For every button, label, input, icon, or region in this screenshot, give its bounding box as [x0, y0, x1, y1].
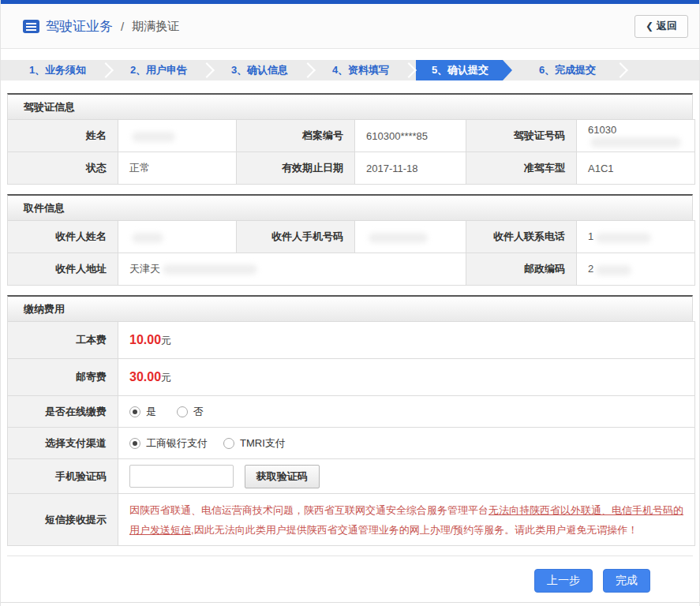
label-postal-code: 邮政编码: [466, 253, 577, 286]
page-bottom-border: [1, 602, 699, 603]
value-license-no-prefix: 61030: [588, 124, 616, 136]
step-1-business-notice[interactable]: 1、业务须知: [7, 60, 108, 80]
license-info-section-title: 驾驶证信息: [7, 93, 693, 119]
radio-channel-icbc[interactable]: 工商银行支付: [129, 436, 208, 451]
label-sms-code: 手机验证码: [8, 459, 118, 494]
page: 驾驶证业务 / 期满换证 ❮ 返回 1、业务须知 2、用户申告 3、确认信息 4…: [0, 0, 700, 606]
back-chevron-icon: ❮: [646, 21, 653, 32]
breadcrumb: 驾驶证业务 / 期满换证: [23, 17, 179, 36]
radio-online-no-label: 否: [193, 405, 204, 419]
value-recipient-mobile: [355, 221, 466, 253]
step-6-complete-submit[interactable]: 6、完成提交: [512, 60, 623, 80]
radio-online-yes[interactable]: 是: [129, 405, 156, 419]
value-name: [118, 120, 237, 152]
radio-unselected-icon[interactable]: [223, 438, 234, 449]
radio-channel-tmri[interactable]: TMRI支付: [223, 436, 286, 451]
get-sms-code-button[interactable]: 获取验证码: [245, 465, 320, 488]
label-online-payment: 是否在线缴费: [8, 396, 118, 428]
label-vehicle-class: 准驾车型: [466, 152, 577, 185]
section-payment: 缴纳费用 工本费 10.00元 邮寄费 30.00元 是否在线缴费: [7, 295, 693, 546]
radio-selected-icon[interactable]: [129, 438, 140, 449]
breadcrumb-current: 期满换证: [132, 19, 179, 34]
value-status: 正常: [118, 152, 237, 185]
previous-step-button[interactable]: 上一步: [534, 569, 593, 593]
table-row: 收件人地址 天津天 邮政编码 2: [8, 253, 695, 286]
label-file-no: 档案编号: [237, 120, 355, 152]
notice-part1: 因陕西省联通、电信运营商技术问题，陕西省互联网交通安全综合服务管理平台: [129, 504, 489, 516]
back-button[interactable]: ❮ 返回: [634, 15, 688, 38]
label-name: 姓名: [8, 120, 118, 152]
redacted-value: [132, 233, 163, 243]
form-list-icon: [23, 20, 39, 33]
value-recipient-address-prefix: 天津天: [129, 263, 160, 275]
value-production-fee: 10.00元: [118, 322, 695, 359]
value-recipient-address: 天津天: [118, 253, 466, 286]
section-pickup-info: 取件信息 收件人姓名 收件人手机号码 收件人联系电话 1 收件人地址 天津天 邮…: [7, 194, 693, 286]
label-payment-channel: 选择支付渠道: [8, 428, 118, 459]
production-fee-amount: 10.00: [129, 333, 161, 346]
label-production-fee: 工本费: [8, 322, 118, 359]
radio-channel-icbc-label: 工商银行支付: [146, 436, 208, 451]
redacted-value: [596, 265, 631, 275]
label-recipient-name: 收件人姓名: [8, 221, 118, 253]
radio-channel-tmri-label: TMRI支付: [240, 436, 286, 451]
table-row: 姓名 档案编号 610300****85 驾驶证号码 61030: [8, 120, 695, 152]
value-postal-code-prefix: 2: [588, 263, 593, 275]
production-fee-unit: 元: [161, 335, 171, 346]
redacted-value: [596, 233, 651, 243]
label-postage-fee: 邮寄费: [8, 359, 118, 396]
table-row: 选择支付渠道 工商银行支付 TMRI支付: [8, 428, 695, 459]
step-2-user-declaration[interactable]: 2、用户申告: [108, 60, 209, 80]
step-navigation: 1、业务须知 2、用户申告 3、确认信息 4、资料填写 5、确认提交 6、完成提…: [1, 60, 699, 80]
section-license-info: 驾驶证信息 姓名 档案编号 610300****85 驾驶证号码 61030 状…: [7, 93, 693, 185]
table-row: 短信接收提示 因陕西省联通、电信运营商技术问题，陕西省互联网交通安全综合服务管理…: [8, 494, 695, 546]
step-bar-filler: [623, 60, 699, 80]
label-license-no: 驾驶证号码: [466, 120, 577, 152]
table-row: 手机验证码 获取验证码: [8, 459, 695, 494]
sms-notice-text: 因陕西省联通、电信运营商技术问题，陕西省互联网交通安全综合服务管理平台无法向持陕…: [118, 494, 695, 546]
step-5-confirm-submit-active[interactable]: 5、确认提交: [416, 60, 512, 80]
license-info-table: 姓名 档案编号 610300****85 驾驶证号码 61030 状态 正常 有…: [7, 119, 695, 185]
label-status: 状态: [8, 152, 118, 185]
value-postage-fee: 30.00元: [118, 359, 695, 396]
value-vehicle-class: A1C1: [577, 152, 695, 185]
radio-selected-icon[interactable]: [129, 406, 140, 417]
table-row: 状态 正常 有效期止日期 2017-11-18 准驾车型 A1C1: [8, 152, 695, 185]
footer-actions: 上一步 完成: [7, 556, 693, 593]
page-title: 驾驶证业务: [46, 17, 113, 36]
label-valid-until: 有效期止日期: [237, 152, 355, 185]
table-row: 是否在线缴费 是 否: [8, 396, 695, 428]
value-recipient-name: [118, 221, 237, 253]
step-3-confirm-info[interactable]: 3、确认信息: [209, 60, 310, 80]
value-recipient-phone-prefix: 1: [588, 230, 593, 242]
online-payment-options: 是 否: [118, 396, 695, 428]
pickup-info-table: 收件人姓名 收件人手机号码 收件人联系电话 1 收件人地址 天津天 邮政编码 2: [7, 220, 695, 286]
postage-fee-unit: 元: [161, 372, 171, 383]
redacted-value: [163, 264, 257, 275]
sms-code-cell: 获取验证码: [118, 459, 695, 494]
redacted-value: [590, 137, 681, 148]
value-recipient-phone: 1: [577, 221, 695, 253]
step-4-fill-data[interactable]: 4、资料填写: [310, 60, 411, 80]
radio-online-yes-label: 是: [146, 405, 156, 419]
breadcrumb-separator: /: [121, 20, 124, 33]
table-row: 邮寄费 30.00元: [8, 359, 695, 396]
redacted-value: [369, 233, 428, 243]
label-recipient-mobile: 收件人手机号码: [237, 221, 355, 253]
main-content: 驾驶证信息 姓名 档案编号 610300****85 驾驶证号码 61030 状…: [1, 80, 699, 546]
finish-button[interactable]: 完成: [603, 569, 650, 593]
table-row: 工本费 10.00元: [8, 322, 695, 359]
payment-table: 工本费 10.00元 邮寄费 30.00元 是否在线缴费: [7, 321, 695, 546]
sms-code-input[interactable]: [129, 465, 234, 488]
back-button-label: 返回: [657, 19, 677, 33]
postage-fee-amount: 30.00: [129, 370, 161, 383]
redacted-value: [132, 132, 175, 142]
radio-unselected-icon[interactable]: [177, 406, 188, 417]
label-sms-notice: 短信接收提示: [8, 494, 118, 546]
page-header: 驾驶证业务 / 期满换证 ❮ 返回: [1, 4, 699, 49]
value-postal-code: 2: [577, 253, 695, 286]
payment-section-title: 缴纳费用: [7, 295, 693, 321]
radio-online-no[interactable]: 否: [177, 405, 204, 419]
value-file-no: 610300****85: [355, 120, 466, 152]
label-recipient-phone: 收件人联系电话: [466, 221, 577, 253]
